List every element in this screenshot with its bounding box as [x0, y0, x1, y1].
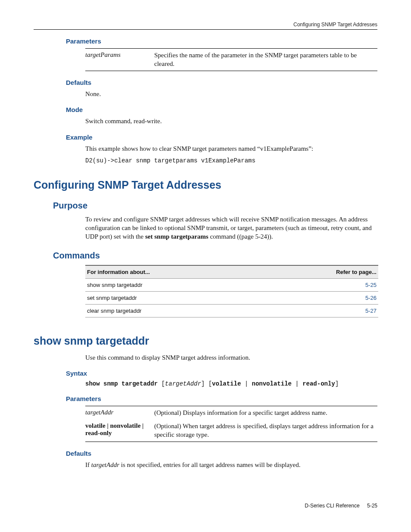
heading-example: Example [66, 134, 377, 141]
parameters-table: targetParams Specifies the name of the p… [85, 48, 377, 71]
param-desc: (Optional) When target address is specif… [154, 422, 377, 439]
page-header: Configuring SNMP Target Addresses [34, 22, 377, 30]
cmd-cell: show snmp targetaddr [85, 278, 310, 291]
page-link[interactable]: 5-26 [365, 295, 377, 301]
heading-parameters: Parameters [66, 37, 377, 45]
heading-purpose: Purpose [53, 201, 377, 211]
table-row: targetParams Specifies the name of the p… [85, 49, 377, 71]
syntax-kw: volatile [212, 380, 241, 387]
syntax-arg: targetAddr [165, 380, 201, 387]
heading-show-snmp: show snmp targetaddr [34, 335, 377, 347]
footer-doc-title: D-Series CLI Reference [305, 503, 359, 509]
heading-defaults-2: Defaults [66, 450, 377, 457]
table-header-row: For information about... Refer to page..… [85, 265, 378, 279]
purpose-text-post: command ((page 5-24)). [209, 233, 273, 240]
syntax-kw: nonvolatile [252, 380, 292, 387]
footer-page-number: 5-25 [367, 503, 377, 509]
page-footer: D-Series CLI Reference 5-25 [305, 503, 377, 509]
commands-table: For information about... Refer to page..… [85, 265, 378, 317]
cmd-cell: set snmp targetaddr [85, 291, 310, 304]
syntax-kw: show snmp targetaddr [85, 380, 158, 387]
syntax-punct: ] [ [201, 380, 212, 387]
cmd-cell: clear snmp targetaddr [85, 304, 310, 317]
syntax-punct: | [241, 380, 252, 387]
table-row: volatile | nonvolatile | read-only (Opti… [85, 420, 377, 442]
heading-mode: Mode [66, 106, 377, 113]
mode-body: Switch command, read-write. [85, 117, 377, 125]
defaults-body: None. [85, 90, 377, 98]
heading-main: Configuring SNMP Target Addresses [34, 179, 377, 191]
show-snmp-intro: Use this command to display SNMP target … [85, 353, 377, 362]
heading-defaults: Defaults [66, 79, 377, 86]
purpose-body: To review and configure SNMP target addr… [85, 215, 377, 241]
table-row: set snmp targetaddr 5-26 [85, 291, 378, 304]
defaults2-ital: targetAddr [91, 461, 119, 468]
defaults2-post: is not specified, entries for all target… [119, 461, 300, 468]
syntax-punct: [ [158, 380, 165, 387]
syntax-line: show snmp targetaddr [targetAddr] [volat… [85, 380, 377, 387]
defaults2-body: If targetAddr is not specified, entries … [85, 460, 377, 469]
param-desc: Specifies the name of the parameter in t… [154, 51, 377, 68]
table-row: show snmp targetaddr 5-25 [85, 278, 378, 291]
col-header-page: Refer to page... [310, 265, 378, 279]
param-name: targetParams [85, 51, 154, 68]
parameters-table-2: targetAddr (Optional) Displays informati… [85, 406, 377, 442]
syntax-punct: ] [335, 380, 339, 387]
page-link[interactable]: 5-27 [365, 308, 377, 314]
param-name: volatile | nonvolatile | read-only [85, 422, 154, 439]
syntax-kw: read-only [302, 380, 335, 387]
header-section-title: Configuring SNMP Target Addresses [293, 22, 377, 28]
param-name: targetAddr [85, 409, 154, 417]
example-code: D2(su)->clear snmp targetparams v1Exampl… [85, 157, 377, 164]
col-header-info: For information about... [85, 265, 310, 279]
heading-syntax: Syntax [66, 370, 377, 377]
table-row: clear snmp targetaddr 5-27 [85, 304, 378, 317]
page-link[interactable]: 5-25 [365, 282, 377, 288]
purpose-bold-cmd: set snmp targetparams [145, 233, 209, 240]
syntax-punct: | [292, 380, 302, 387]
table-row: targetAddr (Optional) Displays informati… [85, 406, 377, 420]
defaults2-pre: If [85, 461, 91, 468]
heading-commands: Commands [53, 251, 377, 261]
heading-parameters-2: Parameters [66, 395, 377, 402]
example-intro: This example shows how to clear SNMP tar… [85, 144, 377, 153]
param-desc: (Optional) Displays information for a sp… [154, 409, 377, 417]
